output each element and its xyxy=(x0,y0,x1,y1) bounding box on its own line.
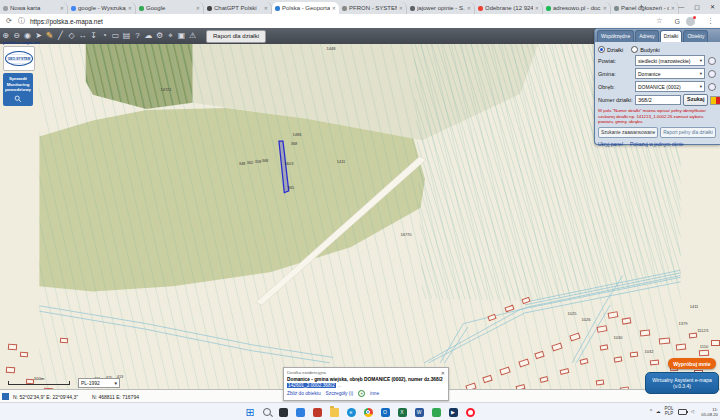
history-icon[interactable]: ◔ xyxy=(99,28,110,44)
parcel-number-input[interactable]: 368/2 xyxy=(635,95,681,105)
single-window-link[interactable]: Pokazuj w jednym oknie xyxy=(630,141,684,147)
flood-monitoring-button[interactable]: Sprawdź Monitoring powodziowy xyxy=(3,73,33,106)
field-select[interactable]: Domanice ▾ xyxy=(635,68,705,79)
search-icon[interactable] xyxy=(263,408,271,416)
warning-icon[interactable]: ⚠ xyxy=(187,28,198,44)
new-tab-button[interactable]: + xyxy=(639,2,644,11)
full-report-button[interactable]: Raport pełny dla działki xyxy=(660,127,716,138)
field-info-icon[interactable] xyxy=(708,70,716,78)
windows-taskbar: ⊞eOXW▶ ^ ☁ POLPLP ◁ 11:05.08.20 xyxy=(0,402,720,420)
bookmark-star-icon[interactable]: ☆ xyxy=(656,17,662,25)
browser-menu-icon[interactable]: ⋮ xyxy=(707,17,714,25)
speaker-icon[interactable]: ◁ xyxy=(691,410,694,415)
measure-area-icon[interactable]: ◇ xyxy=(66,28,77,44)
maximize-button[interactable]: ▢ xyxy=(689,3,705,10)
app-red-icon[interactable] xyxy=(313,408,322,417)
geo-system-logo[interactable]: GEO-SYSTEM xyxy=(3,46,35,71)
tab-close-icon[interactable]: ✕ xyxy=(603,5,607,11)
outlook-icon[interactable]: O xyxy=(381,408,390,417)
browser-tab[interactable]: adresowo.pl - doc... ✕ xyxy=(543,2,611,14)
field-select[interactable]: siedlecki (mazowieckie) ▾ xyxy=(635,55,705,66)
field-info-icon[interactable] xyxy=(708,83,716,91)
media-play-icon[interactable]: ▶ xyxy=(449,408,458,417)
assistant-try-button[interactable]: Wypróbuj mnie xyxy=(668,358,716,369)
tray-clock[interactable]: 11:05.08.20 xyxy=(698,407,718,417)
browser-tab[interactable]: Nowa karta ✕ xyxy=(0,2,68,14)
crs-select[interactable]: PL-1992 ▾ xyxy=(78,378,120,388)
report-parcel-button[interactable]: Raport dla działki xyxy=(206,30,266,43)
details-link[interactable]: Szczegóły (i) xyxy=(326,391,353,396)
file-explorer-icon[interactable] xyxy=(279,408,288,417)
tab-close-icon[interactable]: ✕ xyxy=(196,5,200,11)
translate-icon[interactable]: G xyxy=(675,18,680,25)
address-bar: ⟳ ⓘ https://polska.e-mapa.net ☆ G ⋮ xyxy=(0,14,720,29)
url-text[interactable]: https://polska.e-mapa.net xyxy=(30,18,650,25)
tab-close-icon[interactable]: ✕ xyxy=(60,5,64,11)
folder-icon[interactable] xyxy=(330,408,339,417)
virtual-assistant-button[interactable]: Wirtualny Asystent e-mapa (v.0.3.4) xyxy=(645,372,719,394)
pan-icon[interactable]: ↔ xyxy=(77,28,88,44)
chrome-icon[interactable] xyxy=(364,408,373,417)
hide-panel-link[interactable]: Ukryj panel xyxy=(598,141,623,147)
panel-tab[interactable]: Działki xyxy=(660,30,683,42)
cart-icon[interactable]: ▣ xyxy=(176,28,187,44)
panel-tab[interactable]: Współrzędne xyxy=(597,30,634,42)
browser-tab[interactable]: ChatGPT Polski ✕ xyxy=(204,2,272,14)
select-value: siedlecki (mazowieckie) xyxy=(638,58,691,64)
tab-close-icon[interactable]: ✕ xyxy=(332,5,336,11)
zoom-to-object-link[interactable]: Zbliż do obiektu xyxy=(287,391,321,396)
measure-length-icon[interactable]: ╱ xyxy=(55,28,66,44)
field-select[interactable]: DOMANICE (0002) ▾ xyxy=(635,81,705,92)
other-link[interactable]: inne xyxy=(370,391,379,396)
language-indicator[interactable]: POLPLP xyxy=(665,407,674,417)
radio-dzialki[interactable]: Działki xyxy=(598,46,623,53)
layers-icon[interactable]: ▤ xyxy=(121,28,132,44)
parcel-id[interactable]: 142601_2.0002.368/2 xyxy=(287,383,336,388)
site-info-icon[interactable]: ⓘ xyxy=(18,16,25,26)
tab-close-icon[interactable]: ✕ xyxy=(128,5,132,11)
search-button[interactable]: Szukaj xyxy=(683,94,708,106)
settings-icon[interactable]: ⚙ xyxy=(154,28,165,44)
cloud-icon[interactable]: ☁ xyxy=(656,410,661,415)
panel-tab[interactable]: Obiekty xyxy=(683,30,708,42)
browser-tab[interactable]: PFRON - SYSTEM O... ✕ xyxy=(339,2,407,14)
word-icon[interactable]: W xyxy=(415,408,424,417)
tab-close-icon[interactable]: ✕ xyxy=(399,5,403,11)
tab-close-icon[interactable]: ✕ xyxy=(467,5,471,11)
app-blue-icon[interactable] xyxy=(296,408,305,417)
radio-budynki[interactable]: Budynki xyxy=(631,46,660,53)
reload-icon[interactable]: ⟳ xyxy=(6,17,12,25)
browser-tab[interactable]: Google ✕ xyxy=(136,2,204,14)
start-icon[interactable]: ⊞ xyxy=(246,408,255,417)
profile-avatar[interactable] xyxy=(686,17,695,26)
battery-icon[interactable] xyxy=(678,409,687,415)
close-button[interactable]: ✕ xyxy=(705,3,720,10)
chevron-down-icon: ▾ xyxy=(700,58,702,63)
app-green-icon[interactable] xyxy=(432,408,441,417)
screen-icon[interactable]: ▭ xyxy=(110,28,121,44)
field-info-icon[interactable] xyxy=(708,57,716,65)
draw-icon[interactable]: ✎ xyxy=(44,28,55,44)
panel-tab[interactable]: Adresy xyxy=(635,30,659,42)
browser-tab[interactable]: Panel ogłoszeń - d... ✕ xyxy=(611,2,679,14)
browser-tab[interactable]: Odebrane (12 924) ✕ xyxy=(475,2,543,14)
help-icon[interactable]: ? xyxy=(132,28,143,44)
info-box-close-icon[interactable]: ✕ xyxy=(441,370,445,376)
tab-title: Google xyxy=(146,5,194,11)
parcel-number-row: Numer działki: 368/2 Szukaj xyxy=(598,94,718,106)
tray-chevron-icon[interactable]: ^ xyxy=(650,410,652,415)
profile-icon[interactable]: ↧ xyxy=(88,28,99,44)
edge-icon[interactable]: e xyxy=(347,408,356,417)
tab-close-icon[interactable]: ✕ xyxy=(264,5,268,11)
tab-close-icon[interactable]: ✕ xyxy=(535,5,539,11)
browser-tab[interactable]: jajower opinie - S... ✕ xyxy=(407,2,475,14)
browser-tab[interactable]: google - Wyszukaj ✕ xyxy=(68,2,136,14)
download-icon[interactable]: ☁ xyxy=(143,28,154,44)
excel-icon[interactable]: X xyxy=(398,408,407,417)
plus-icon[interactable]: + xyxy=(358,390,365,397)
advanced-search-button[interactable]: Szukanie zaawansowane xyxy=(598,127,658,138)
opera-icon[interactable] xyxy=(466,408,475,417)
minimize-button[interactable]: — xyxy=(673,4,689,10)
browser-tab[interactable]: Polska - Geoportal ✕ xyxy=(272,2,339,14)
locate-icon[interactable]: ⌖ xyxy=(165,28,176,44)
